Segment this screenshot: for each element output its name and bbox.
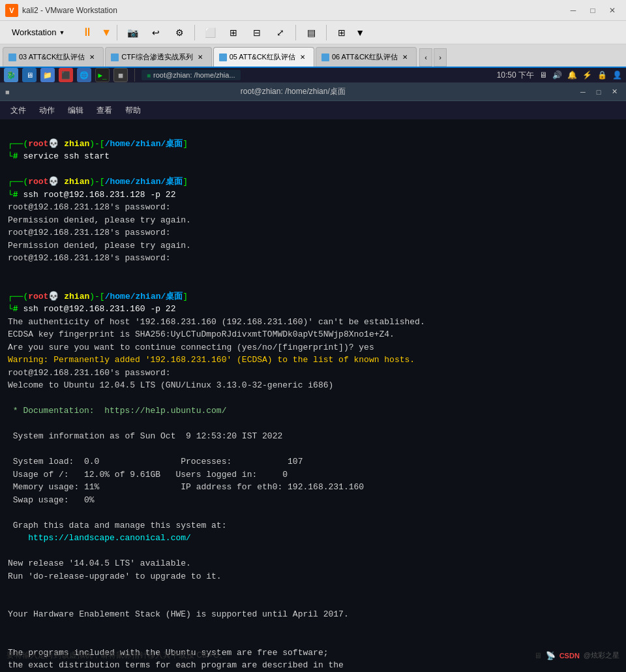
topbar-separator [134, 69, 135, 82]
terminal-line-13: ECDSA key fingerprint is SHA256:UyLCTuDm… [8, 329, 395, 339]
terminal-tab-icon: ■ [147, 72, 151, 79]
window-title: kali2 - VMware Workstation [22, 6, 565, 15]
tab-05-attck[interactable]: 05 ATT&CK红队评估 ✕ [213, 47, 314, 67]
terminal-line-10: ┌──(root💀 zhian)-[/home/zhian/桌面] [8, 292, 188, 301]
kali-terminal-icon-2[interactable]: ■ [113, 68, 128, 82]
vm-window-icon: ■ [5, 88, 10, 96]
vm-menu-view[interactable]: 查看 [91, 104, 117, 117]
terminal-line-4: └# ssh root@192.168.231.128 -p 22 [8, 190, 175, 200]
terminal-line-15: Warning: Permanently added '192.168.231.… [8, 355, 415, 365]
tab-ctf[interactable]: CTF综合渗透实战系列 ✕ [105, 47, 211, 67]
terminal-line-16: root@192.168.231.160's password: [8, 368, 175, 378]
vm-inner-menubar: 文件 动作 编辑 查看 帮助 [0, 101, 626, 119]
settings-button[interactable]: ⚙ [170, 22, 189, 43]
menubar: Workstation ▼ ⏸ ▼ 📷 ↩ ⚙ ⬜ ⊞ ⊟ ⤢ ▤ ⊞ ▼ [0, 21, 626, 44]
remote-button[interactable]: ⊞ [332, 22, 351, 43]
console-button[interactable]: ▤ [301, 22, 321, 43]
vm-close-button[interactable]: ✕ [608, 87, 621, 97]
vm-menu-file[interactable]: 文件 [5, 104, 31, 117]
kali-taskbar: 🐉 🖥 📁 ⬛ 🌐 ▶_ ■ ■ root@zhian: /home/zhia.… [0, 68, 626, 83]
maximize-button[interactable]: □ [584, 4, 601, 17]
close-button[interactable]: ✕ [604, 4, 621, 17]
tab-close-03[interactable]: ✕ [87, 53, 97, 62]
kali-folder-icon[interactable]: 📁 [40, 68, 55, 82]
vm-content-area: 🐉 🖥 📁 ⬛ 🌐 ▶_ ■ ■ root@zhian: /home/zhia.… [0, 68, 626, 643]
terminal-output[interactable]: ┌──(root💀 zhian)-[/home/zhian/桌面] └# ser… [0, 119, 626, 672]
vm-inner-titlebar: ■ root@zhian: /home/zhian/桌面 ─ □ ✕ [0, 83, 626, 101]
tab-close-05[interactable]: ✕ [298, 53, 307, 62]
tab-close-ctf[interactable]: ✕ [196, 53, 205, 62]
remote-dropdown-icon: ▼ [355, 27, 365, 38]
terminal-line-17: Welcome to Ubuntu 12.04.5 LTS (GNU/Linux… [8, 380, 333, 390]
active-terminal-tab[interactable]: ■ root@zhian: /home/zhia... [142, 70, 241, 80]
stretch-button[interactable]: ⤢ [271, 22, 290, 43]
user-icon: 👤 [612, 70, 622, 80]
tab-close-06[interactable]: ✕ [400, 53, 410, 62]
terminal-line-24: Graph this data and manage this system a… [8, 521, 226, 530]
terminal-line-9: root@192.168.231.128's password: [8, 253, 175, 263]
terminal-line-7: root@192.168.231.128's password: [8, 228, 175, 237]
app-icon: V [5, 4, 18, 17]
terminal-line-14: Are you sure you want to continue connec… [8, 343, 374, 352]
status-text: 要将输入定向到该虚拟机，请将鼠标指针移入其中或按 Ctrl+G。 [7, 650, 227, 661]
tab-prev-button[interactable]: ‹ [419, 48, 432, 67]
vm-minimize-button[interactable]: ─ [576, 87, 589, 97]
tab-icon-06 [321, 53, 329, 61]
chevron-down-icon: ▼ [59, 29, 65, 36]
vm-maximize-button[interactable]: □ [592, 87, 605, 97]
tab-03-attck[interactable]: 03 ATT&CK红队评估 ✕ [3, 47, 104, 67]
minimize-button[interactable]: ─ [565, 4, 582, 17]
time-display: 10:50 下午 [497, 70, 534, 81]
kali-dragon-icon[interactable]: 🐉 [4, 68, 18, 82]
separator-2 [194, 25, 195, 40]
workstation-menu[interactable]: Workstation ▼ [5, 25, 71, 40]
tab-label-06: 06 ATT&CK红队评估 [332, 52, 398, 62]
terminal-line-27: Run 'do-release-upgrade' to upgrade to i… [8, 572, 222, 581]
terminal-line-21: Usage of /: 12.0% of 9.61GB Users logged… [8, 470, 288, 480]
vm-window-buttons: ─ □ ✕ [576, 87, 621, 97]
separator-1 [117, 25, 117, 40]
terminal-line-3: ┌──(root💀 zhian)-[/home/zhian/桌面] [8, 177, 188, 187]
tab-icon-ctf [111, 53, 119, 61]
vm-screen-icon: 🖥 [534, 651, 542, 660]
tab-label-05: 05 ATT&CK红队评估 [230, 52, 295, 62]
terminal-line-11: └# ssh root@192.168.231.160 -p 22 [8, 304, 175, 314]
window-controls: ─ □ ✕ [565, 4, 621, 17]
terminal-line-26: New release '14.04.5 LTS' available. [8, 558, 191, 568]
csdn-label: CSDN [559, 652, 580, 660]
terminal-line-19: System information as of Sun Oct 9 12:53… [8, 431, 282, 441]
terminal-line-20: System load: 0.0 Processes: 107 [8, 457, 303, 466]
kali-burp-icon[interactable]: ⬛ [59, 68, 73, 82]
terminal-line-2: └# service ssh start [8, 151, 110, 161]
tab-next-button[interactable]: › [434, 48, 447, 67]
snapshot-button[interactable]: 📷 [123, 22, 142, 43]
terminal-line-5: root@192.168.231.128's password: [8, 202, 175, 212]
tab-icon-03 [8, 53, 16, 61]
titlebar: V kali2 - VMware Workstation ─ □ ✕ [0, 0, 626, 21]
tab-icon-05 [219, 53, 227, 61]
unity-button[interactable]: ⊞ [224, 22, 243, 43]
revert-button[interactable]: ↩ [146, 22, 166, 43]
tabs-bar: 03 ATT&CK红队评估 ✕ CTF综合渗透实战系列 ✕ 05 ATT&CK红… [0, 44, 626, 68]
terminal-line-25: https://landscape.canonical.com/ [8, 533, 191, 543]
pause-dropdown-icon: ▼ [101, 27, 112, 38]
kali-desktop-icon[interactable]: 🖥 [22, 68, 37, 82]
terminal-line-23: Swap usage: 0% [8, 495, 95, 505]
tab-06-attck[interactable]: 06 ATT&CK红队评估 ✕ [316, 47, 417, 67]
kali-terminal-icon-1[interactable]: ▶_ [95, 68, 110, 82]
notification-icon: 🔔 [567, 70, 577, 80]
terminal-line-12: The authenticity of host '192.168.231.16… [8, 317, 425, 327]
user-tag: @炫彩之星 [584, 650, 619, 660]
fullscreen-button[interactable]: ⬜ [200, 22, 220, 43]
kali-browser-icon[interactable]: 🌐 [77, 68, 91, 82]
view-button[interactable]: ⊟ [247, 22, 267, 43]
tab-label-ctf: CTF综合渗透实战系列 [121, 52, 192, 62]
vm-menu-help[interactable]: 帮助 [120, 104, 146, 117]
power-icon: ⚡ [582, 70, 592, 80]
vm-menu-edit[interactable]: 编辑 [63, 104, 89, 117]
vm-menu-action[interactable]: 动作 [34, 104, 60, 117]
terminal-line-8: Permission denied, please try again. [8, 241, 191, 251]
kali-topbar-right: 10:50 下午 🖥 🔊 🔔 ⚡ 🔒 👤 [497, 70, 622, 81]
workstation-label: Workstation [12, 27, 56, 37]
pause-button[interactable]: ⏸ [78, 22, 97, 43]
